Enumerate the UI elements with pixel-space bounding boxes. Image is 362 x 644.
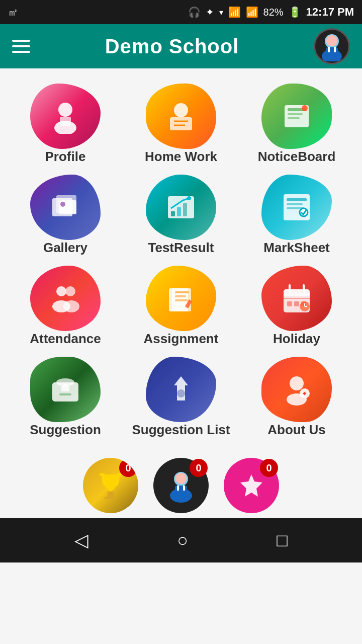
svg-rect-43 — [284, 293, 310, 296]
top-bar: Demo School — [0, 24, 362, 68]
wifi-icon: 📶 — [228, 6, 241, 18]
svg-rect-3 — [326, 47, 338, 56]
svg-rect-64 — [105, 497, 117, 499]
marksheet-icon-blob — [261, 175, 332, 240]
svg-rect-40 — [175, 299, 188, 301]
svg-rect-48 — [294, 301, 299, 306]
aboutus-label: About Us — [267, 422, 326, 438]
svg-rect-5 — [334, 47, 336, 52]
menu-item-testresult[interactable]: TestResult — [126, 175, 236, 256]
menu-item-homework[interactable]: Home Work — [126, 84, 236, 165]
marksheet-label: MarkSheet — [263, 240, 330, 256]
battery-percent: 82% — [263, 7, 284, 18]
status-left: ㎡ — [8, 6, 18, 19]
svg-rect-16 — [288, 117, 300, 119]
svg-rect-55 — [59, 393, 71, 395]
aboutus-icon-blob — [261, 357, 332, 422]
bottom-nav-bar: ◁ ○ □ — [0, 518, 362, 562]
profile-svg — [48, 99, 83, 134]
menu-grid: Profile Home Work NoticeBoard — [0, 68, 362, 453]
menu-item-suggestion[interactable]: Suggestion — [10, 357, 121, 438]
attendance-label: Attendance — [30, 331, 101, 347]
hamburger-line-1 — [12, 40, 30, 42]
suggestionlist-icon-blob — [146, 357, 216, 422]
svg-rect-28 — [287, 198, 307, 201]
hamburger-menu[interactable] — [12, 40, 30, 53]
profile-icon-blob — [30, 84, 101, 149]
profile-label: Profile — [45, 149, 86, 165]
suggestionlist-label: Suggestion List — [132, 422, 230, 438]
user-badge: 0 — [190, 459, 208, 477]
assignment-icon-blob — [146, 266, 216, 331]
headphone-icon: 🎧 — [188, 6, 201, 18]
svg-point-21 — [60, 202, 65, 207]
menu-item-aboutus[interactable]: About Us — [241, 357, 352, 438]
svg-rect-8 — [60, 117, 71, 126]
svg-point-9 — [174, 103, 188, 117]
signal-dropdown-icon: ▾ — [219, 8, 223, 17]
status-bar: ㎡ 🎧 ✦ ▾ 📶 📶 82% 🔋 12:17 PM — [0, 0, 362, 24]
attendance-icon-blob — [30, 266, 101, 331]
assignment-label: Assignment — [144, 331, 219, 347]
back-button[interactable]: ◁ — [74, 530, 88, 551]
trophy-badge: 0 — [119, 459, 137, 477]
svg-rect-25 — [183, 203, 187, 216]
svg-rect-69 — [177, 486, 179, 491]
gallery-icon-blob — [30, 175, 101, 240]
svg-point-17 — [302, 105, 308, 111]
gallery-svg — [47, 189, 83, 225]
svg-rect-38 — [175, 291, 189, 293]
trophy-button[interactable]: 0 — [83, 458, 138, 513]
suggestion-icon-blob — [30, 357, 101, 422]
menu-item-attendance[interactable]: Attendance — [10, 266, 121, 347]
user-avatar[interactable] — [314, 28, 350, 64]
holiday-label: Holiday — [273, 331, 320, 347]
menu-item-holiday[interactable]: Holiday — [241, 266, 352, 347]
assignment-svg — [163, 280, 199, 316]
svg-rect-39 — [175, 295, 186, 297]
menu-item-marksheet[interactable]: MarkSheet — [241, 175, 352, 256]
homework-svg — [163, 98, 199, 134]
menu-item-suggestionlist[interactable]: Suggestion List — [126, 357, 236, 438]
menu-item-assignment[interactable]: Assignment — [126, 266, 236, 347]
status-right: 🎧 ✦ ▾ 📶 📶 82% 🔋 12:17 PM — [188, 6, 354, 19]
noticeboard-icon-blob — [261, 84, 332, 149]
noticeboard-svg — [279, 98, 315, 134]
menu-item-profile[interactable]: Profile — [10, 84, 121, 165]
hamburger-line-2 — [12, 45, 30, 47]
svg-point-33 — [65, 286, 75, 296]
star-icon — [236, 470, 266, 501]
holiday-icon-blob — [261, 266, 332, 331]
svg-rect-10 — [170, 117, 192, 130]
svg-marker-71 — [240, 474, 262, 497]
app-title: Demo School — [105, 35, 239, 58]
attendance-svg — [47, 280, 83, 316]
homework-icon-blob — [146, 84, 216, 149]
battery-icon: 🔋 — [289, 6, 301, 18]
recent-button[interactable]: □ — [277, 530, 288, 551]
svg-rect-63 — [108, 492, 114, 497]
homework-label: Home Work — [145, 149, 217, 165]
svg-rect-15 — [288, 113, 303, 115]
star-button[interactable]: 0 — [224, 458, 279, 513]
trophy-icon — [96, 470, 126, 501]
cellular-icon: 📶 — [246, 6, 258, 18]
home-button[interactable]: ○ — [177, 530, 188, 551]
svg-point-2 — [326, 35, 337, 46]
user-button[interactable]: 0 — [153, 458, 209, 513]
clock: 12:17 PM — [306, 6, 354, 19]
svg-point-67 — [175, 473, 187, 484]
suggestion-label: Suggestion — [30, 422, 101, 438]
svg-point-6 — [58, 103, 72, 117]
suggestionlist-svg — [163, 371, 199, 408]
svg-point-26 — [187, 196, 191, 200]
menu-item-gallery[interactable]: Gallery — [10, 175, 121, 256]
bluetooth-icon: ✦ — [206, 6, 214, 18]
svg-rect-23 — [171, 211, 175, 216]
svg-rect-47 — [287, 301, 292, 306]
aboutus-svg — [279, 371, 315, 408]
noticeboard-label: NoticeBoard — [258, 149, 336, 165]
svg-point-32 — [56, 286, 66, 296]
menu-item-noticeboard[interactable]: NoticeBoard — [241, 84, 352, 165]
testresult-label: TestResult — [148, 240, 214, 256]
